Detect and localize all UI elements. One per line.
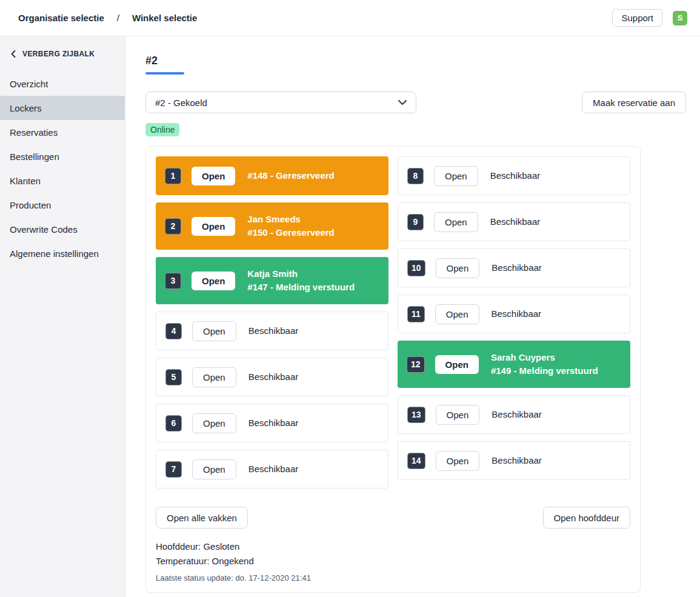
open-locker-button[interactable]: Open xyxy=(192,459,236,479)
locker-row-1: 1Open#148 - Gereserveerd xyxy=(156,156,388,195)
page-title: #2 xyxy=(145,55,686,67)
locker-status-label: Beschikbaar xyxy=(248,416,299,430)
locker-row-13: 13OpenBeschikbaar xyxy=(398,395,630,434)
locker-status-label: Beschikbaar xyxy=(490,169,541,182)
main-door-status: Hoofddeur: Gesloten xyxy=(156,539,630,554)
locker-status-label: Jan Smeeds#150 - Gereserveerd xyxy=(247,213,334,239)
locker-number-badge: 11 xyxy=(407,306,425,322)
breadcrumb: Organisatie selectie / Winkel selectie xyxy=(18,13,197,23)
open-all-lockers-button[interactable]: Open alle vakken xyxy=(156,507,248,529)
locker-number-badge: 2 xyxy=(165,218,181,235)
sidebar-item-reservaties[interactable]: Reservaties xyxy=(0,120,125,144)
active-tab-indicator xyxy=(145,72,184,75)
locker-row-11: 11OpenBeschikbaar xyxy=(398,295,630,333)
sidebar-item-algemene-instellingen[interactable]: Algemene instellingen xyxy=(0,241,125,265)
sidebar-item-overwrite-codes[interactable]: Overwrite Codes xyxy=(0,217,125,241)
locker-number-badge: 3 xyxy=(165,273,181,289)
locker-number-badge: 8 xyxy=(407,168,424,184)
locker-number-badge: 7 xyxy=(165,461,182,478)
locker-status-label: Beschikbaar xyxy=(248,370,299,384)
breadcrumb-separator: / xyxy=(117,13,119,23)
open-locker-button[interactable]: Open xyxy=(434,212,478,232)
open-locker-button[interactable]: Open xyxy=(436,258,480,278)
locker-status-label: Beschikbaar xyxy=(248,462,299,476)
open-locker-button[interactable]: Open xyxy=(192,413,236,433)
sidebar-item-bestellingen[interactable]: Bestellingen xyxy=(0,144,125,168)
locker-number-badge: 5 xyxy=(165,369,182,385)
open-locker-button[interactable]: Open xyxy=(192,321,236,341)
status-block: Hoofddeur: Gesloten Temperatuur: Ongeken… xyxy=(156,539,630,582)
locker-row-10: 10OpenBeschikbaar xyxy=(398,248,630,287)
locker-select-value: #2 - Gekoeld xyxy=(155,98,207,108)
locker-number-badge: 13 xyxy=(407,407,425,423)
locker-row-7: 7OpenBeschikbaar xyxy=(156,450,388,489)
sidebar-item-overzicht[interactable]: Overzicht xyxy=(0,72,125,96)
open-locker-button[interactable]: Open xyxy=(192,167,235,185)
chevron-left-icon xyxy=(11,50,16,58)
sidebar-item-klanten[interactable]: Klanten xyxy=(0,168,125,193)
topbar-right: Support S xyxy=(612,9,687,27)
create-reservation-button[interactable]: Maak reservatie aan xyxy=(582,92,686,113)
top-bar: Organisatie selectie / Winkel selectie S… xyxy=(0,0,700,36)
locker-row-2: 2OpenJan Smeeds#150 - Gereserveerd xyxy=(156,202,388,250)
locker-row-3: 3OpenKatja Smith#147 - Melding verstuurd xyxy=(156,257,388,304)
hide-sidebar-label: VERBERG ZIJBALK xyxy=(22,50,95,58)
breadcrumb-organisatie[interactable]: Organisatie selectie xyxy=(18,13,104,23)
last-status-update: Laatste status update: do. 17-12-2020 21… xyxy=(156,573,630,582)
locker-number-badge: 10 xyxy=(407,260,425,276)
open-locker-button[interactable]: Open xyxy=(192,272,235,290)
breadcrumb-winkel[interactable]: Winkel selectie xyxy=(132,13,197,23)
locker-number-badge: 14 xyxy=(407,453,425,469)
open-locker-button[interactable]: Open xyxy=(434,166,478,186)
locker-select[interactable]: #2 - Gekoeld xyxy=(145,92,416,113)
locker-row-4: 4OpenBeschikbaar xyxy=(156,312,388,350)
open-locker-button[interactable]: Open xyxy=(436,451,480,471)
sidebar-item-lockers[interactable]: Lockers xyxy=(0,96,125,120)
locker-status-label: Beschikbaar xyxy=(248,324,299,338)
locker-number-badge: 6 xyxy=(165,415,182,432)
locker-card: 1Open#148 - Gereserveerd2OpenJan Smeeds#… xyxy=(145,146,641,593)
locker-row-9: 9OpenBeschikbaar xyxy=(398,202,630,241)
locker-number-badge: 4 xyxy=(165,323,182,339)
support-button[interactable]: Support xyxy=(612,9,662,27)
locker-number-badge: 12 xyxy=(407,356,425,373)
locker-column-left: 1Open#148 - Gereserveerd2OpenJan Smeeds#… xyxy=(156,156,388,489)
chevron-down-icon xyxy=(398,100,407,105)
locker-status-label: Beschikbaar xyxy=(492,261,542,275)
locker-row-5: 5OpenBeschikbaar xyxy=(156,358,388,396)
sidebar-item-producten[interactable]: Producten xyxy=(0,193,125,217)
open-locker-button[interactable]: Open xyxy=(436,405,480,425)
sidebar-menu: OverzichtLockersReservatiesBestellingenK… xyxy=(0,72,125,265)
user-avatar[interactable]: S xyxy=(673,11,687,25)
locker-status-label: Beschikbaar xyxy=(492,307,542,321)
sidebar: VERBERG ZIJBALK OverzichtLockersReservat… xyxy=(0,36,125,597)
locker-row-12: 12OpenSarah Cuypers#149 - Melding verstu… xyxy=(398,341,630,388)
locker-status-label: Katja Smith#147 - Melding verstuurd xyxy=(247,267,355,294)
locker-status-label: Beschikbaar xyxy=(490,215,541,228)
temperature-status: Temperatuur: Ongekend xyxy=(156,554,630,569)
open-locker-button[interactable]: Open xyxy=(435,304,479,324)
locker-column-right: 8OpenBeschikbaar9OpenBeschikbaar10OpenBe… xyxy=(398,156,630,489)
open-locker-button[interactable]: Open xyxy=(192,217,235,236)
open-main-door-button[interactable]: Open hoofddeur xyxy=(543,507,630,529)
hide-sidebar-button[interactable]: VERBERG ZIJBALK xyxy=(0,50,125,58)
locker-number-badge: 1 xyxy=(165,168,181,184)
locker-row-14: 14OpenBeschikbaar xyxy=(398,441,630,480)
locker-row-8: 8OpenBeschikbaar xyxy=(398,156,630,195)
open-locker-button[interactable]: Open xyxy=(435,355,479,374)
open-locker-button[interactable]: Open xyxy=(192,367,236,387)
locker-number-badge: 9 xyxy=(407,214,424,230)
locker-status-label: Beschikbaar xyxy=(492,408,542,421)
main-content: #2 #2 - Gekoeld Maak reservatie aan Onli… xyxy=(125,36,700,597)
locker-status-label: Sarah Cuypers#149 - Melding verstuurd xyxy=(491,351,598,378)
locker-status-label: Beschikbaar xyxy=(492,454,542,467)
locker-row-6: 6OpenBeschikbaar xyxy=(156,404,388,442)
online-status-badge: Online xyxy=(145,123,179,136)
locker-status-label: #148 - Gereserveerd xyxy=(247,169,334,182)
